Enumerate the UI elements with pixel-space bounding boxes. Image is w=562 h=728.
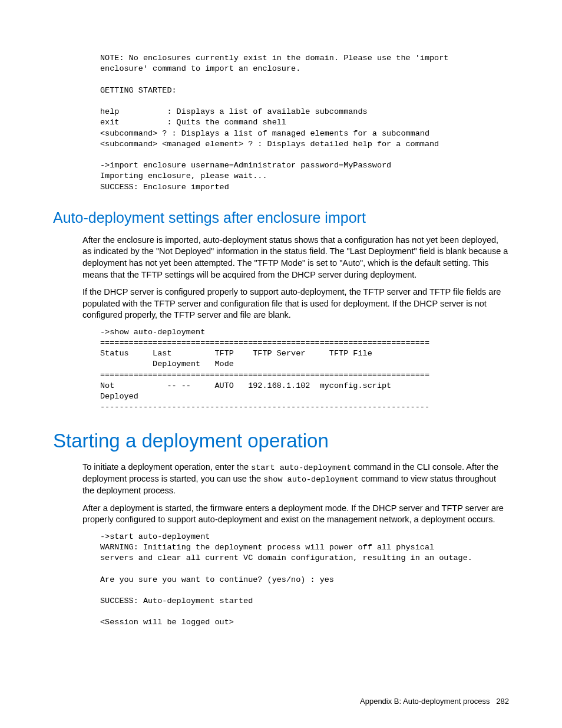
code-block-intro: NOTE: No enclosures currently exist in t…: [100, 53, 509, 193]
inline-code: show auto-deployment: [263, 475, 359, 484]
code-block-show-auto-deployment: ->show auto-deployment =================…: [100, 327, 509, 413]
footer-page-number: 282: [496, 697, 509, 706]
inline-code: start auto-deployment: [251, 463, 351, 472]
paragraph: If the DHCP server is configured properl…: [82, 286, 509, 321]
section-heading-auto-deployment-settings: Auto-deployment settings after enclosure…: [53, 209, 509, 226]
paragraph: After the enclosure is imported, auto-de…: [82, 235, 509, 281]
paragraph: After a deployment is started, the firmw…: [82, 503, 509, 526]
footer-label: Appendix B: Auto-deployment process: [360, 697, 490, 706]
code-block-start-auto-deployment: ->start auto-deployment WARNING: Initiat…: [100, 532, 509, 628]
paragraph: To initiate a deployment operation, ente…: [82, 462, 509, 497]
page-footer: Appendix B: Auto-deployment process 282: [360, 697, 509, 706]
section-heading-starting-deployment: Starting a deployment operation: [53, 430, 509, 452]
text: To initiate a deployment operation, ente…: [82, 462, 251, 472]
page: NOTE: No enclosures currently exist in t…: [0, 0, 562, 728]
